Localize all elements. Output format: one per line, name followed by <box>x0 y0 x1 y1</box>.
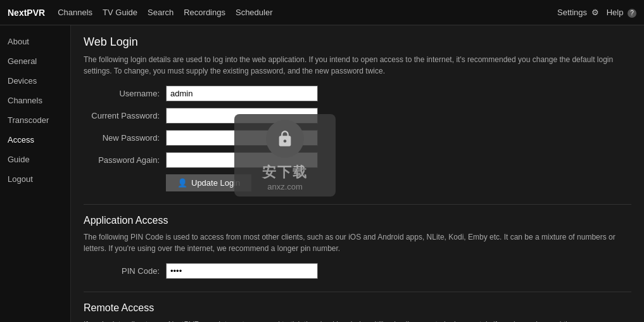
nav-channels[interactable]: Channels <box>58 8 92 17</box>
top-nav: NextPVR Channels TV Guide Search Recordi… <box>0 0 644 25</box>
person-icon: 👤 <box>177 178 187 188</box>
sidebar-item-guide[interactable]: Guide <box>0 150 70 169</box>
nav-tvguide[interactable]: TV Guide <box>103 8 137 17</box>
web-login-title: Web Login <box>84 35 631 49</box>
username-row: Username: <box>84 86 631 101</box>
brand-logo: NextPVR <box>8 8 45 18</box>
watermark-text: 安下载 anxz.com <box>262 163 308 191</box>
watermark-overlay: 安下载 anxz.com <box>234 114 336 196</box>
password-again-label: Password Again: <box>84 155 166 165</box>
sidebar-item-general[interactable]: General <box>0 51 70 71</box>
lock-circle <box>266 120 304 158</box>
password-again-row: Password Again: <box>84 152 631 168</box>
sidebar: About General Devices Channels Transcode… <box>0 25 71 322</box>
app-access-description: The following PIN Code is used to access… <box>84 231 631 254</box>
help-label: Help <box>607 8 624 17</box>
nav-links: Channels TV Guide Search Recordings Sche… <box>58 8 557 17</box>
nav-search[interactable]: Search <box>148 8 174 17</box>
main-content: Web Login The following login details ar… <box>71 25 644 322</box>
new-password-label: New Password: <box>84 133 166 143</box>
gear-icon: ⚙ <box>591 8 599 17</box>
pin-code-label: PIN Code: <box>84 266 166 276</box>
lock-icon <box>276 130 294 148</box>
current-password-row: Current Password: <box>84 108 631 124</box>
sidebar-item-channels[interactable]: Channels <box>0 91 70 110</box>
settings-label: Settings <box>557 8 587 17</box>
web-login-description: The following login details are used to … <box>84 54 631 77</box>
current-password-label: Current Password: <box>84 111 166 120</box>
nav-recordings[interactable]: Recordings <box>184 8 225 17</box>
remote-access-description: If you're intending to use NextPVR over … <box>84 319 631 322</box>
sidebar-item-access[interactable]: Access <box>0 130 70 150</box>
update-login-label: Update Login <box>191 178 240 188</box>
nav-scheduler[interactable]: Scheduler <box>236 8 273 17</box>
username-label: Username: <box>84 89 166 98</box>
sidebar-item-about[interactable]: About <box>0 32 70 51</box>
settings-link[interactable]: Settings ⚙ <box>557 8 599 17</box>
app-access-title: Application Access <box>84 215 631 226</box>
remote-access-section: Remote Access If you're intending to use… <box>84 292 631 322</box>
help-link[interactable]: Help ? <box>607 8 636 18</box>
pin-code-input[interactable] <box>166 263 318 279</box>
username-input[interactable] <box>166 86 318 101</box>
remote-access-title: Remote Access <box>84 302 631 314</box>
sidebar-item-logout[interactable]: Logout <box>0 169 70 189</box>
sidebar-item-transcoder[interactable]: Transcoder <box>0 110 70 130</box>
new-password-row: New Password: <box>84 130 631 146</box>
pin-code-row: PIN Code: <box>84 263 631 279</box>
top-right-links: Settings ⚙ Help ? <box>557 8 636 18</box>
question-icon: ? <box>628 9 636 18</box>
app-access-section: Application Access The following PIN Cod… <box>84 204 631 279</box>
sidebar-item-devices[interactable]: Devices <box>0 71 70 91</box>
